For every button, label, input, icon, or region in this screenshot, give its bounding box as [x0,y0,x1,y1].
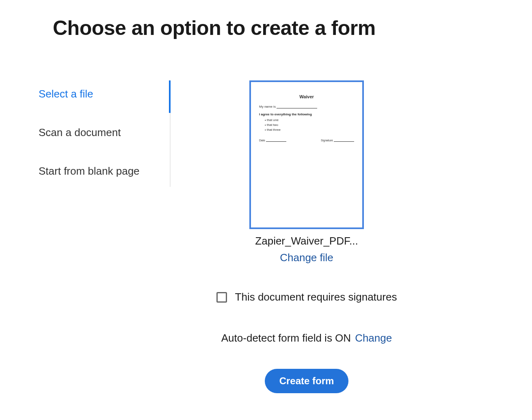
signatures-checkbox[interactable] [216,292,227,303]
sidebar: Select a file Scan a document Start from… [39,80,171,187]
main-area: Waiver My name is I agree to everything … [171,80,532,393]
sidebar-item-blank-page[interactable]: Start from blank page [39,158,170,185]
change-file-link[interactable]: Change file [280,251,333,264]
signatures-row: This document requires signatures [216,291,397,303]
page-title: Choose an option to create a form [53,16,532,40]
doc-bullet: that three [265,128,354,132]
filename-label: Zapier_Waiver_PDF... [255,235,358,247]
doc-bullet: that two [265,123,354,128]
doc-preview-agree-line: I agree to everything the following [259,113,354,116]
doc-preview-bullets: that one that two that three [265,118,354,132]
doc-date-field: Date [259,139,286,142]
doc-bullet: that one [265,118,354,123]
content-wrapper: Select a file Scan a document Start from… [39,80,532,393]
create-form-button[interactable]: Create form [265,369,349,393]
doc-signature-field: Signature [321,139,354,142]
sidebar-item-select-file[interactable]: Select a file [39,80,170,108]
signatures-label: This document requires signatures [235,291,397,303]
file-thumbnail[interactable]: Waiver My name is I agree to everything … [249,80,364,229]
sidebar-item-scan-document[interactable]: Scan a document [39,119,170,146]
doc-preview-title: Waiver [259,94,354,99]
file-preview: Waiver My name is I agree to everything … [249,80,364,264]
autodetect-change-link[interactable]: Change [355,332,392,344]
doc-preview-sign-row: Date Signature [259,139,354,142]
autodetect-row: Auto-detect form field is ON Change [221,332,392,344]
autodetect-label: Auto-detect form field is ON [221,332,351,344]
doc-preview-name-line: My name is [259,105,354,108]
